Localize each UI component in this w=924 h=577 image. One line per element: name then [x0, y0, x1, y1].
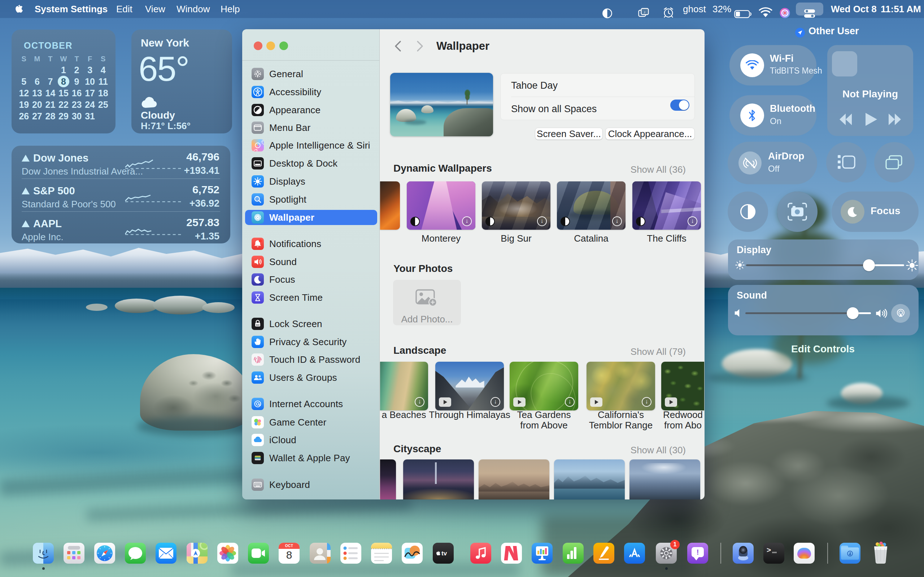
svg-text:tv: tv: [441, 550, 447, 557]
svg-text:♪: ♪: [643, 10, 646, 14]
